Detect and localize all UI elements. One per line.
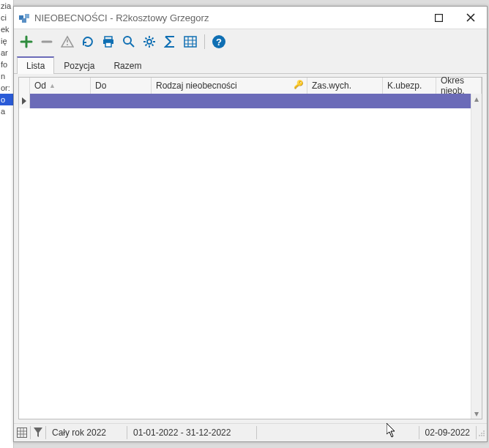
svg-rect-2 — [22, 18, 26, 23]
help-button[interactable]: ? — [209, 32, 228, 51]
svg-point-18 — [481, 433, 482, 434]
row-selector-header — [19, 78, 30, 94]
svg-rect-3 — [435, 14, 442, 21]
status-bar: Cały rok 2022 01-01-2022 - 31-12-2022 02… — [14, 423, 487, 441]
resize-grip-icon[interactable] — [477, 428, 487, 437]
svg-rect-7 — [105, 42, 111, 47]
col-rodzaj[interactable]: Rodzaj nieobecności🔑 — [152, 78, 307, 94]
svg-point-14 — [483, 435, 485, 436]
table-row[interactable] — [19, 94, 471, 108]
status-grid-icon[interactable] — [14, 426, 31, 439]
table-button[interactable] — [181, 32, 200, 51]
remove-button[interactable] — [37, 32, 56, 51]
window-title: NIEOBECNOŚCI - R2kosztowy Grzegorz — [34, 12, 422, 23]
toolbar-separator — [204, 34, 205, 49]
print-button[interactable] — [99, 32, 118, 51]
status-range-label: Cały rok 2022 — [46, 426, 127, 439]
toolbar: ? — [14, 29, 487, 54]
svg-rect-5 — [105, 37, 112, 40]
svg-point-8 — [124, 37, 131, 44]
search-button[interactable] — [119, 32, 138, 51]
warning-button[interactable] — [58, 32, 77, 51]
svg-point-9 — [147, 40, 152, 44]
col-okres[interactable]: Okres nieob. — [436, 78, 482, 94]
svg-text:?: ? — [216, 37, 222, 48]
cell-do[interactable] — [82, 94, 134, 108]
col-zas[interactable]: Zas.wych. — [307, 78, 383, 94]
cell-okres[interactable] — [392, 94, 471, 108]
grid: Od▲ Do Rodzaj nieobecności🔑 Zas.wych. K.… — [18, 77, 482, 419]
scroll-down-icon[interactable]: ▾ — [471, 408, 482, 419]
cell-rodzaj[interactable] — [134, 94, 281, 108]
add-button[interactable] — [17, 32, 36, 51]
sum-button[interactable] — [160, 32, 179, 51]
vertical-scrollbar[interactable]: ▴ ▾ — [471, 94, 482, 419]
svg-point-19 — [483, 430, 485, 432]
row-indicator-icon — [19, 94, 30, 108]
titlebar: NIEOBECNOŚCI - R2kosztowy Grzegorz — [14, 7, 487, 29]
svg-point-16 — [483, 433, 485, 434]
grid-body[interactable] — [19, 94, 471, 419]
scroll-up-icon[interactable]: ▴ — [471, 94, 482, 104]
close-button[interactable] — [455, 7, 487, 29]
cell-kubezp[interactable] — [348, 94, 392, 108]
tab-lista[interactable]: Lista — [17, 56, 54, 74]
maximize-button[interactable] — [422, 7, 455, 29]
window: NIEOBECNOŚCI - R2kosztowy Grzegorz — [13, 6, 488, 442]
svg-rect-1 — [25, 14, 29, 18]
cell-zas[interactable] — [281, 94, 348, 108]
status-filter-icon[interactable] — [31, 426, 46, 439]
sort-asc-icon: ▲ — [49, 82, 56, 89]
refresh-button[interactable] — [78, 32, 97, 51]
svg-rect-13 — [18, 428, 27, 438]
grid-header: Od▲ Do Rodzaj nieobecności🔑 Zas.wych. K.… — [19, 78, 482, 94]
svg-point-4 — [67, 44, 68, 45]
col-do[interactable]: Do — [91, 78, 152, 94]
tab-pozycja[interactable]: Pozycja — [54, 57, 104, 74]
status-date: 02-09-2022 — [419, 426, 477, 439]
col-kubezp[interactable]: K.ubezp. — [383, 78, 436, 94]
app-icon — [18, 12, 30, 23]
settings-button[interactable] — [140, 32, 159, 51]
tabs: Lista Pozycja Razem — [14, 54, 487, 74]
svg-point-17 — [479, 435, 480, 436]
status-range: 01-01-2022 - 31-12-2022 — [127, 426, 257, 439]
svg-point-15 — [481, 435, 482, 436]
tab-razem[interactable]: Razem — [104, 57, 151, 74]
col-od[interactable]: Od▲ — [30, 78, 91, 94]
svg-rect-10 — [184, 37, 196, 47]
key-icon: 🔑 — [294, 80, 304, 89]
cell-od[interactable] — [30, 94, 82, 108]
left-strip: ziaciek ięarfo nor: oa — [0, 0, 14, 448]
